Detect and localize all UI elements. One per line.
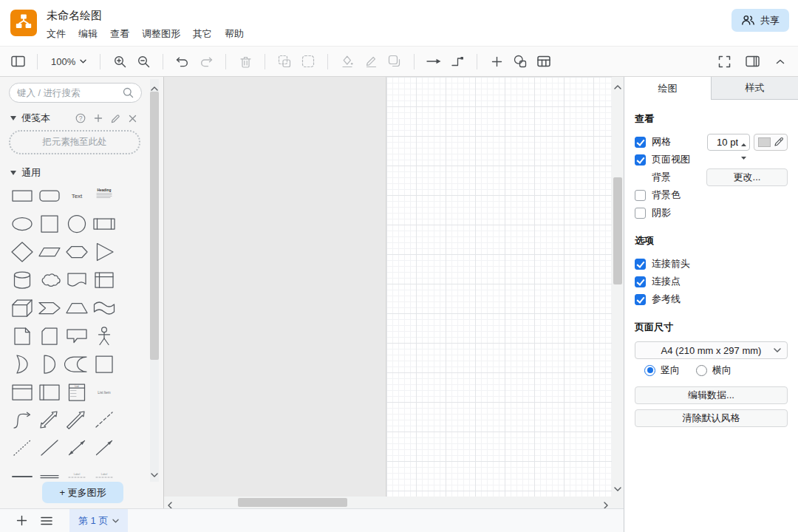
insert-shape-button[interactable] (510, 51, 531, 72)
pages-menu-button[interactable] (34, 509, 59, 532)
insert-table-button[interactable] (533, 51, 554, 72)
scroll-left-icon[interactable] (168, 499, 172, 508)
dotted-line-shape[interactable] (8, 434, 35, 463)
grid-color-button[interactable] (754, 134, 788, 151)
note-shape[interactable] (8, 322, 35, 350)
triangle-shape[interactable] (90, 238, 117, 266)
portrait-radio[interactable] (644, 365, 655, 376)
stepper-up-icon[interactable] (741, 137, 746, 149)
edit-pencil-icon[interactable] (111, 113, 120, 123)
landscape-radio-item[interactable]: 横向 (696, 364, 732, 377)
scroll-right-icon[interactable] (604, 499, 608, 508)
background-color-checkbox[interactable] (635, 190, 646, 201)
tape-shape[interactable] (90, 294, 117, 322)
undo-button[interactable] (172, 51, 193, 72)
paper-size-select[interactable]: A4 (210 mm x 297 mm) (635, 341, 788, 359)
scroll-up-icon[interactable] (614, 79, 621, 92)
canvas-vertical-scrollbar[interactable] (612, 77, 624, 497)
frame-shape[interactable] (90, 350, 117, 378)
change-background-button[interactable]: 更改... (706, 168, 788, 186)
canvas[interactable] (164, 77, 624, 508)
clear-default-style-button[interactable]: 清除默认风格 (635, 409, 788, 427)
waypoints-button[interactable] (447, 51, 468, 72)
triangle-down-icon[interactable] (10, 171, 16, 175)
connection-points-checkbox[interactable] (635, 276, 646, 287)
close-icon[interactable] (129, 115, 137, 123)
step-shape[interactable] (35, 294, 63, 322)
fullscreen-button[interactable] (714, 51, 734, 72)
tab-diagram[interactable]: 绘图 (624, 77, 712, 100)
more-shapes-button[interactable]: + 更多图形 (42, 482, 123, 503)
scratchpad-title[interactable]: 便笺本 (21, 112, 50, 125)
vertical-container-shape[interactable] (35, 378, 63, 406)
vertical-scrollbar-thumb[interactable] (613, 177, 622, 284)
card-shape[interactable] (35, 322, 63, 350)
horizontal-container-shape[interactable] (8, 378, 35, 406)
stepper-down-icon[interactable] (741, 151, 746, 162)
collapse-toolbar-button[interactable] (770, 51, 791, 72)
shadow-checkbox[interactable] (635, 208, 646, 219)
or-shape[interactable] (8, 350, 35, 378)
triangle-down-icon[interactable] (10, 116, 16, 120)
connection-arrows-checkbox[interactable] (635, 259, 646, 270)
drawing-page[interactable] (386, 77, 612, 497)
line-shape[interactable] (35, 434, 63, 463)
toggle-panels-button[interactable] (7, 51, 28, 72)
diamond-shape[interactable] (8, 238, 35, 266)
insert-button[interactable] (486, 51, 507, 72)
process-shape[interactable] (90, 210, 117, 238)
internal-storage-shape[interactable] (90, 266, 117, 294)
edit-data-button[interactable]: 编辑数据... (635, 386, 788, 404)
add-icon[interactable] (94, 114, 103, 123)
general-section-title[interactable]: 通用 (21, 166, 41, 180)
label-1-shape[interactable]: Label (63, 463, 90, 480)
guides-checkbox[interactable] (635, 294, 646, 305)
data-storage-shape[interactable] (63, 350, 90, 378)
callout-shape[interactable] (63, 322, 90, 350)
menu-help[interactable]: 帮助 (225, 27, 244, 41)
document-shape[interactable] (63, 266, 90, 294)
circle-shape[interactable] (63, 210, 90, 238)
grid-checkbox[interactable] (635, 137, 646, 148)
share-button[interactable]: 共享 (732, 9, 789, 32)
portrait-radio-item[interactable]: 竖向 (644, 364, 680, 377)
text-shape[interactable]: Text (63, 182, 90, 210)
cloud-shape[interactable] (35, 266, 63, 294)
textbox-shape[interactable]: Heading (90, 182, 117, 210)
landscape-radio[interactable] (696, 365, 707, 376)
and-shape[interactable] (35, 350, 63, 378)
label-2-shape[interactable]: Label (90, 463, 117, 480)
cube-shape[interactable] (8, 294, 35, 322)
shape-search-input[interactable] (17, 88, 123, 98)
zoom-in-button[interactable] (109, 51, 130, 72)
scroll-down-icon[interactable] (614, 481, 621, 494)
parallelogram-shape[interactable] (35, 238, 63, 266)
link-shape[interactable] (35, 463, 63, 480)
sidebar-scrollbar-thumb[interactable] (150, 92, 159, 360)
arrow-shape[interactable] (63, 406, 90, 434)
page-view-checkbox[interactable] (635, 154, 646, 166)
directional-connector-shape[interactable] (90, 434, 117, 463)
menu-edit[interactable]: 编辑 (78, 27, 98, 41)
menu-extras[interactable]: 其它 (193, 27, 212, 41)
canvas-horizontal-scrollbar[interactable] (164, 497, 612, 508)
zoom-out-button[interactable] (133, 51, 154, 72)
trapezoid-shape[interactable] (63, 294, 90, 322)
zoom-dropdown[interactable]: 100% (47, 51, 91, 72)
rounded-rectangle-shape[interactable] (35, 182, 63, 210)
horizontal-line-shape[interactable] (8, 463, 35, 480)
hexagon-shape[interactable] (63, 238, 90, 266)
menu-arrange[interactable]: 调整图形 (142, 27, 180, 41)
horizontal-scrollbar-thumb[interactable] (238, 498, 347, 507)
format-panel-toggle-button[interactable] (742, 51, 763, 72)
sidebar-scrollbar[interactable] (150, 79, 159, 482)
bidirectional-arrow-shape[interactable] (35, 406, 63, 434)
dashed-line-shape[interactable] (90, 406, 117, 434)
ellipse-shape[interactable] (8, 210, 35, 238)
scroll-down-icon[interactable] (151, 467, 158, 480)
help-icon[interactable]: ? (75, 113, 86, 123)
square-shape[interactable] (35, 210, 63, 238)
page-tab[interactable]: 第 1 页 (69, 509, 128, 532)
list-shape[interactable]: List (63, 378, 90, 406)
cylinder-shape[interactable] (8, 266, 35, 294)
